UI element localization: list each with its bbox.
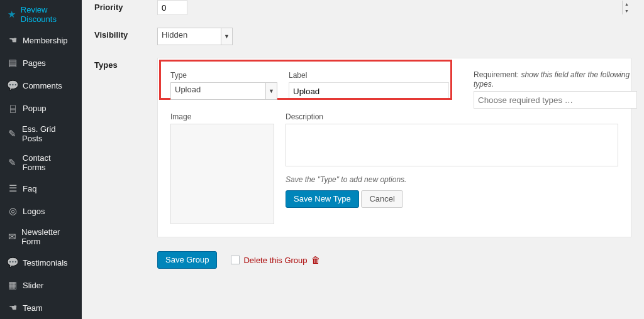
sidebar-item-contact-forms[interactable]: ✎Contact Forms xyxy=(0,148,82,177)
sidebar-item-comments[interactable]: 💬Comments xyxy=(0,74,82,97)
sidebar-item-label: Membership xyxy=(23,36,68,45)
menu-icon: ☰ xyxy=(6,182,19,195)
save-type-hint: Save the "Type" to add new options. xyxy=(286,175,618,184)
sidebar-item-label: Popup xyxy=(23,104,47,113)
image-field-label: Image xyxy=(170,112,274,121)
sidebar-item-label: Logos xyxy=(23,207,45,216)
sidebar-item-ess-grid-posts[interactable]: ✎Ess. Grid Posts xyxy=(0,119,82,148)
sidebar-item-slider[interactable]: ▦Slider xyxy=(0,274,82,296)
sidebar-item-newsletter-form[interactable]: ✉Newsletter Form xyxy=(0,222,82,251)
label-field-label: Label xyxy=(289,71,449,80)
admin-sidebar: ★Review Discounts☚Membership▤Pages💬Comme… xyxy=(0,0,82,319)
menu-icon: ✎ xyxy=(6,127,18,140)
save-group-button[interactable]: Save Group xyxy=(157,251,217,269)
priority-input[interactable] xyxy=(157,0,187,15)
delete-group-link[interactable]: Delete this Group 🗑 xyxy=(231,255,319,265)
menu-icon: ⌸ xyxy=(6,102,19,114)
types-label: Types xyxy=(94,58,157,70)
menu-icon: 💬 xyxy=(6,256,19,269)
priority-label: Priority xyxy=(94,0,157,12)
requirement-label: Requirement: show this field after the f… xyxy=(474,70,630,89)
sidebar-item-faq[interactable]: ☰Faq xyxy=(0,177,82,200)
menu-icon: ☚ xyxy=(6,34,19,46)
menu-icon: ▦ xyxy=(6,279,19,291)
visibility-select[interactable]: Hidden ▼ xyxy=(157,28,233,45)
sidebar-item-label: Team xyxy=(23,303,43,313)
sidebar-item-membership[interactable]: ☚Membership xyxy=(0,29,82,51)
sidebar-item-label: Comments xyxy=(23,81,62,90)
menu-icon: ✎ xyxy=(6,156,19,169)
visibility-label: Visibility xyxy=(94,28,157,40)
cancel-button[interactable]: Cancel xyxy=(361,190,402,208)
chevron-down-icon: ▼ xyxy=(221,28,232,45)
description-textarea[interactable] xyxy=(286,124,618,166)
requirement-input[interactable] xyxy=(474,91,637,109)
sidebar-item-label: Slider xyxy=(23,281,43,290)
type-value: Upload xyxy=(175,85,201,94)
sidebar-item-label: Faq xyxy=(23,184,36,193)
sidebar-item-label: Pages xyxy=(23,58,46,68)
type-field-label: Type xyxy=(170,71,277,80)
menu-icon: 💬 xyxy=(6,79,19,92)
menu-icon: ▤ xyxy=(6,57,19,69)
menu-icon: ☚ xyxy=(6,301,19,314)
visibility-value: Hidden xyxy=(162,30,187,40)
sidebar-item-pages[interactable]: ▤Pages xyxy=(0,51,82,74)
sidebar-item-label: Testimonials xyxy=(23,258,68,268)
sidebar-item-logos[interactable]: ◎Logos xyxy=(0,200,82,222)
sidebar-item-team[interactable]: ☚Team xyxy=(0,296,82,319)
menu-icon: ◎ xyxy=(6,205,19,217)
trash-icon: 🗑 xyxy=(311,255,320,265)
sidebar-item-label: Newsletter Form xyxy=(21,227,75,246)
label-input[interactable] xyxy=(289,82,449,100)
sidebar-item-testimonials[interactable]: 💬Testimonials xyxy=(0,251,82,274)
menu-icon: ★ xyxy=(6,8,17,21)
sidebar-item-popup[interactable]: ⌸Popup xyxy=(0,97,82,119)
delete-group-checkbox[interactable] xyxy=(231,256,240,264)
image-upload-box[interactable] xyxy=(170,124,274,224)
requirement-block: Requirement: show this field after the f… xyxy=(474,70,637,109)
save-new-type-button[interactable]: Save New Type xyxy=(286,190,359,208)
menu-icon: ✉ xyxy=(6,230,18,243)
description-field-label: Description xyxy=(286,112,618,121)
type-select[interactable]: Upload ▼ xyxy=(170,82,277,100)
sidebar-item-label: Review Discounts xyxy=(21,5,75,24)
sidebar-item-label: Contact Forms xyxy=(23,153,75,172)
sidebar-item-review-discounts[interactable]: ★Review Discounts xyxy=(0,0,82,29)
types-panel: Type Upload ▼ Label xyxy=(157,58,631,237)
main-content: Priority ▲▼ Visibility Hidden ▼ Types xyxy=(82,0,644,319)
chevron-down-icon: ▼ xyxy=(265,83,277,99)
priority-stepper[interactable]: ▲▼ xyxy=(622,1,631,14)
sidebar-item-label: Ess. Grid Posts xyxy=(22,124,75,143)
